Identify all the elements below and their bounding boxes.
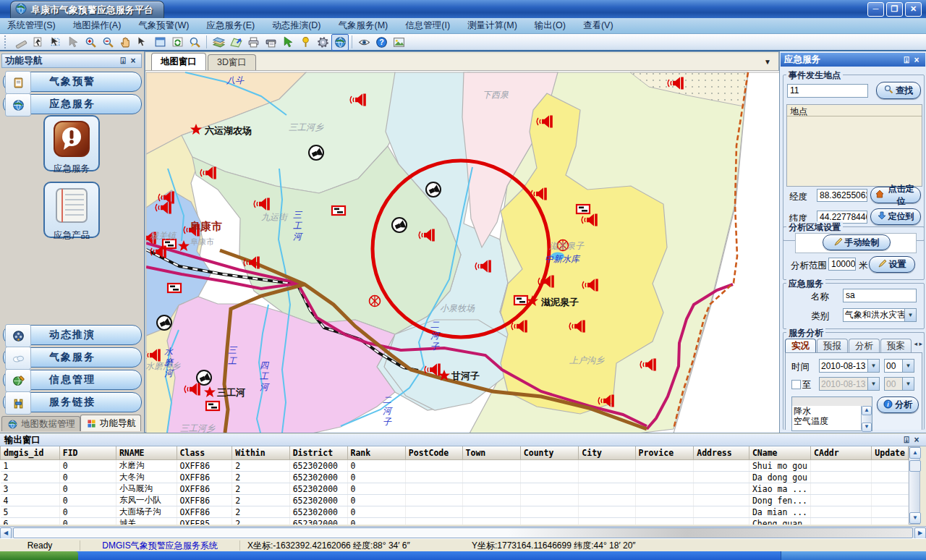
- print-preview-icon[interactable]: [262, 34, 279, 51]
- sidebar-item-气象服务[interactable]: 气象服务: [3, 347, 142, 368]
- pin-icon[interactable]: ⍗: [901, 55, 912, 65]
- scroll-down-icon[interactable]: ▼: [909, 512, 921, 524]
- scroll-down-icon[interactable]: ▼: [862, 423, 872, 432]
- image-icon[interactable]: [390, 34, 407, 51]
- pan-icon[interactable]: [116, 34, 134, 51]
- toolbar-grip[interactable]: [4, 35, 9, 48]
- menu-item[interactable]: 系统管理(S): [7, 20, 56, 32]
- scroll-up-icon[interactable]: ▲: [909, 447, 921, 459]
- pin-icon[interactable]: ⍗: [118, 56, 128, 66]
- zoom-in-icon[interactable]: [82, 34, 99, 51]
- gear-icon[interactable]: [314, 34, 331, 51]
- to-checkbox[interactable]: [791, 380, 801, 389]
- date-select[interactable]: 2010-08-13▼: [819, 359, 880, 373]
- column-header[interactable]: Class: [177, 446, 232, 460]
- table-row[interactable]: 40东风一小队OXFF8626523020000Dong fen...: [1, 495, 909, 506]
- name-input[interactable]: sa: [843, 289, 917, 302]
- pointer-icon[interactable]: [134, 34, 151, 51]
- column-header[interactable]: Provice: [635, 446, 694, 460]
- close-icon[interactable]: ×: [128, 56, 138, 66]
- column-header[interactable]: RNAME: [116, 446, 177, 460]
- element-list[interactable]: 降水空气温度 ▲ ▼: [791, 396, 872, 431]
- list-item[interactable]: 空气温度: [794, 416, 872, 426]
- measure-icon[interactable]: [12, 34, 30, 51]
- range-input[interactable]: 10000: [828, 258, 856, 271]
- column-header[interactable]: Town: [462, 446, 520, 460]
- shortcut-应急产品[interactable]: 应急产品: [42, 182, 101, 238]
- menu-item[interactable]: 查看(V): [583, 20, 613, 32]
- column-header[interactable]: City: [579, 446, 635, 460]
- print-icon[interactable]: [245, 34, 262, 51]
- sidebar-item-信息管理[interactable]: 信息管理: [3, 370, 142, 390]
- find-button[interactable]: 查找: [876, 82, 921, 99]
- analysis-tab-预报[interactable]: 预报: [817, 339, 848, 353]
- table-row[interactable]: 10水磨沟OXFF8626523020000Shui mo gou: [1, 460, 909, 472]
- longitude-input[interactable]: 88.36255063: [817, 189, 867, 202]
- pin-icon[interactable]: ⍗: [901, 435, 912, 445]
- zoom-out-icon[interactable]: [99, 34, 116, 51]
- table-row[interactable]: 20大冬沟OXFF8626523020000Da dong gou: [1, 472, 909, 483]
- scroll-thumb[interactable]: [13, 527, 913, 538]
- analysis-tab-分析[interactable]: 分析: [849, 339, 880, 353]
- sidebar-item-应急服务[interactable]: 应急服务: [3, 94, 142, 114]
- full-extent-icon[interactable]: [151, 34, 169, 51]
- scroll-right-icon[interactable]: ▶: [914, 527, 926, 539]
- map-tab-地图窗口[interactable]: 地图窗口: [151, 53, 206, 70]
- sidebar-item-服务链接[interactable]: 服务链接: [3, 392, 142, 412]
- select-clear-icon[interactable]: [64, 34, 82, 51]
- column-header[interactable]: Address: [694, 446, 749, 460]
- list-scrollbar[interactable]: ▲ ▼: [861, 406, 872, 430]
- chevron-down-icon[interactable]: ▼: [764, 58, 771, 66]
- menu-item[interactable]: 动态推演(D): [272, 20, 320, 32]
- column-header[interactable]: FID: [59, 446, 116, 460]
- green-pointer-icon[interactable]: [279, 34, 297, 51]
- taskbar-tray[interactable]: [781, 551, 926, 560]
- sidebar-item-气象预警[interactable]: 气象预警: [3, 72, 142, 92]
- select-page-icon[interactable]: [30, 34, 47, 51]
- event-keyword-input[interactable]: 11: [787, 84, 868, 98]
- hour-select[interactable]: 00▼: [884, 359, 914, 373]
- select-box-icon[interactable]: [47, 34, 64, 51]
- table-row[interactable]: 50大面场子沟OXFF8626523020000Da mian ...: [1, 506, 909, 518]
- tab-地图数据管理[interactable]: 地图数据管理: [1, 416, 80, 431]
- scroll-thumb[interactable]: [909, 460, 921, 472]
- set-button[interactable]: 设置: [869, 256, 915, 273]
- refresh-icon[interactable]: [169, 34, 186, 51]
- menu-item[interactable]: 信息管理(I): [405, 20, 450, 32]
- globe-icon[interactable]: [331, 34, 349, 51]
- minimize-button[interactable]: ─: [867, 2, 884, 17]
- analysis-tab-实况[interactable]: 实况: [785, 339, 816, 353]
- close-icon[interactable]: ×: [912, 435, 922, 445]
- column-header[interactable]: Update: [872, 446, 909, 460]
- list-item[interactable]: 降水: [794, 406, 872, 416]
- menu-item[interactable]: 测量计算(M): [467, 20, 517, 32]
- table-row[interactable]: 30小马厩沟OXFF8626523020000Xiao ma ...: [1, 483, 909, 495]
- menu-item[interactable]: 应急服务(E): [206, 20, 255, 32]
- restore-button[interactable]: ❐: [886, 2, 903, 17]
- column-header[interactable]: District: [289, 446, 347, 460]
- help-icon[interactable]: ?: [373, 34, 390, 51]
- map-canvas[interactable]: 八斗六运湖农场三工河乡下西泉九运街阜康市城关镇阜康市滋泥泉子中新水库小泉牧场滋泥…: [146, 71, 780, 436]
- scroll-left-icon[interactable]: ◀: [0, 527, 12, 539]
- column-header[interactable]: dmgis_id: [1, 446, 60, 460]
- output-table[interactable]: dmgis_idFIDRNAMEClassWithinDistrictRankP…: [0, 446, 909, 525]
- column-header[interactable]: CName: [749, 446, 810, 460]
- marker-pin-icon[interactable]: [297, 34, 314, 51]
- shortcut-应急服务[interactable]: 应急服务: [42, 115, 101, 171]
- menu-item[interactable]: 输出(O): [535, 20, 566, 32]
- output-vertical-scrollbar[interactable]: ▲ ▼: [909, 446, 920, 525]
- map-tab-3D窗口[interactable]: 3D窗口: [208, 54, 256, 70]
- start-button[interactable]: [0, 551, 78, 560]
- type-select[interactable]: 气象和洪水灾害▼: [843, 308, 917, 322]
- layers-icon[interactable]: [210, 34, 227, 51]
- analysis-tab-预案[interactable]: 预案: [880, 339, 912, 353]
- column-header[interactable]: PostCode: [405, 446, 462, 460]
- column-header[interactable]: Rank: [347, 446, 405, 460]
- identify-icon[interactable]: [186, 34, 203, 51]
- close-button[interactable]: ✕: [905, 2, 922, 17]
- scroll-up-icon[interactable]: ▲: [862, 406, 872, 415]
- export-map-icon[interactable]: [227, 34, 245, 51]
- column-header[interactable]: CAddr: [811, 446, 872, 460]
- location-list[interactable]: 地点: [786, 104, 922, 187]
- eye-icon[interactable]: [355, 34, 373, 51]
